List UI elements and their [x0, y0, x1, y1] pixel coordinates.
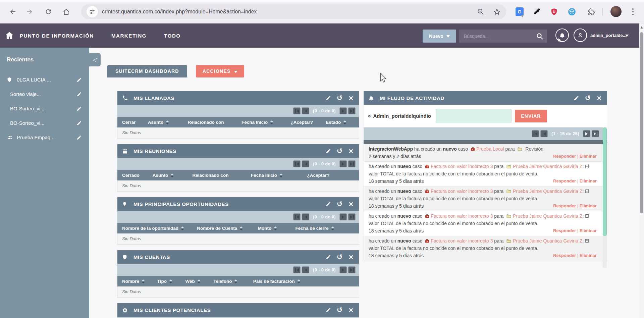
- eliminar-link[interactable]: Eliminar: [580, 228, 597, 233]
- address-bar[interactable]: crmtest.quantica.com.co/index.php?module…: [81, 4, 506, 19]
- column-header[interactable]: Nombre: [122, 279, 157, 284]
- recent-item[interactable]: BO-Sorteo_vi...: [0, 116, 89, 130]
- column-header[interactable]: Web: [185, 279, 213, 284]
- sort-icon[interactable]: [297, 279, 301, 283]
- last-page-button[interactable]: [348, 266, 356, 273]
- prev-page-button[interactable]: [302, 160, 309, 167]
- last-page-button[interactable]: [592, 130, 599, 137]
- responder-link[interactable]: Responder: [553, 178, 576, 183]
- responder-link[interactable]: Responder: [553, 154, 576, 159]
- sort-icon[interactable]: [239, 226, 243, 230]
- scrollbar-up-arrow[interactable]: ▲: [639, 23, 644, 29]
- reload-icon[interactable]: [43, 6, 54, 17]
- url-text[interactable]: crmtest.quantica.com.co/index.php?module…: [102, 9, 468, 15]
- sort-icon[interactable]: [181, 226, 184, 230]
- sort-icon[interactable]: [166, 120, 169, 124]
- prev-page-button[interactable]: [540, 130, 548, 137]
- column-header[interactable]: Nombre de Cuenta: [197, 226, 258, 231]
- first-page-button[interactable]: [293, 160, 301, 167]
- eliminar-link[interactable]: Eliminar: [580, 178, 597, 183]
- sort-icon[interactable]: [274, 226, 277, 230]
- nav-item-2[interactable]: TODO: [164, 33, 180, 39]
- tab-suitecrm-dashboard[interactable]: SUITECRM DASHBOARD: [107, 65, 187, 77]
- refresh-icon[interactable]: ↺: [336, 307, 343, 313]
- close-icon[interactable]: [596, 95, 602, 101]
- feed-link[interactable]: Prueba Jaime Quantica Gaviria Z: [513, 164, 582, 169]
- zoom-out-icon[interactable]: [477, 8, 484, 15]
- prev-page-button[interactable]: [302, 213, 309, 220]
- column-header[interactable]: Teléfono: [213, 279, 253, 284]
- responder-link[interactable]: Responder: [553, 253, 576, 258]
- search-input[interactable]: [464, 34, 536, 39]
- close-icon[interactable]: [348, 254, 354, 260]
- feed-link[interactable]: Factura con valor incorrecto 3: [431, 238, 493, 244]
- search-icon[interactable]: [536, 32, 544, 40]
- next-page-button[interactable]: [339, 160, 347, 167]
- first-page-button[interactable]: [293, 266, 301, 273]
- sort-icon[interactable]: [343, 120, 346, 124]
- sort-icon[interactable]: [279, 173, 283, 177]
- send-button[interactable]: ENVIAR: [515, 110, 547, 122]
- feed-link[interactable]: Prueba Local: [476, 146, 504, 152]
- close-icon[interactable]: [348, 95, 354, 101]
- eliminar-link[interactable]: Eliminar: [580, 203, 597, 208]
- prev-page-button[interactable]: [302, 107, 309, 114]
- first-page-button[interactable]: [293, 213, 301, 220]
- edit-pencil-icon[interactable]: [325, 307, 331, 313]
- column-header[interactable]: Monto: [258, 226, 296, 231]
- nav-item-0[interactable]: PUNTO DE INFORMACIÓN: [20, 33, 94, 39]
- prev-page-button[interactable]: [302, 266, 309, 273]
- recent-item-label[interactable]: Sorteo viaje...: [10, 91, 41, 97]
- profile-avatar[interactable]: [610, 6, 622, 17]
- eliminar-link[interactable]: Eliminar: [580, 253, 597, 258]
- next-page-button[interactable]: [339, 107, 347, 114]
- recent-item[interactable]: Prueba Empaq...: [0, 130, 89, 145]
- refresh-icon[interactable]: ↺: [336, 254, 343, 260]
- column-header[interactable]: País de facturación: [253, 279, 319, 284]
- extensions-puzzle-icon[interactable]: [586, 7, 596, 17]
- column-header[interactable]: Asunto: [148, 120, 188, 125]
- recent-item[interactable]: BO-Sorteo_vi...: [0, 101, 89, 116]
- recent-item-label[interactable]: BO-Sorteo_vi...: [10, 120, 45, 126]
- first-page-button[interactable]: [532, 130, 539, 137]
- feed-scrollbar-thumb[interactable]: [603, 127, 607, 236]
- close-icon[interactable]: [348, 307, 354, 313]
- home-icon[interactable]: [60, 6, 72, 17]
- recent-item-label[interactable]: 0LGA LUCIA ...: [17, 77, 51, 83]
- translate-extension-icon[interactable]: G: [516, 7, 524, 16]
- proxy-globe-extension-icon[interactable]: [567, 7, 577, 17]
- bookmark-star-icon[interactable]: [493, 8, 501, 16]
- ublock-extension-icon[interactable]: U: [549, 7, 559, 17]
- back-icon[interactable]: [7, 6, 19, 17]
- feed-link[interactable]: Prueba Jaime Quantica Gaviria Z: [513, 189, 582, 194]
- edit-pencil-icon[interactable]: [325, 148, 331, 154]
- feed-link[interactable]: Factura con valor incorrecto 3: [431, 213, 493, 219]
- edit-pencil-icon[interactable]: [325, 254, 331, 260]
- refresh-icon[interactable]: ↺: [585, 95, 591, 101]
- edit-pencil-icon[interactable]: [573, 95, 580, 101]
- column-header[interactable]: Estado: [326, 120, 356, 125]
- sort-icon[interactable]: [142, 279, 145, 283]
- refresh-icon[interactable]: ↺: [336, 148, 343, 154]
- actions-dropdown-button[interactable]: ACCIONES: [196, 65, 244, 77]
- sort-icon[interactable]: [331, 226, 334, 230]
- browser-scrollbar[interactable]: ▲: [639, 23, 644, 318]
- sort-icon[interactable]: [169, 279, 172, 283]
- nav-item-1[interactable]: MARKETING: [111, 33, 147, 39]
- edit-pencil-icon[interactable]: [76, 135, 82, 140]
- column-header[interactable]: Asunto: [153, 173, 193, 178]
- refresh-icon[interactable]: ↺: [336, 201, 343, 207]
- sort-icon[interactable]: [170, 173, 174, 177]
- last-page-button[interactable]: [348, 213, 356, 220]
- feed-link[interactable]: Factura con valor incorrecto 3: [431, 164, 493, 169]
- user-menu-caret-icon[interactable]: [625, 35, 629, 39]
- sort-icon[interactable]: [234, 279, 237, 283]
- column-header[interactable]: Tipo: [157, 279, 185, 284]
- forward-icon[interactable]: [23, 6, 35, 17]
- next-page-button[interactable]: [339, 266, 347, 273]
- edit-pencil-icon[interactable]: [76, 106, 82, 111]
- column-header[interactable]: Fecha Inicio: [241, 120, 291, 125]
- sort-icon[interactable]: [197, 279, 201, 283]
- recent-item-label[interactable]: BO-Sorteo_vi...: [10, 106, 45, 111]
- site-info-icon[interactable]: [87, 6, 98, 17]
